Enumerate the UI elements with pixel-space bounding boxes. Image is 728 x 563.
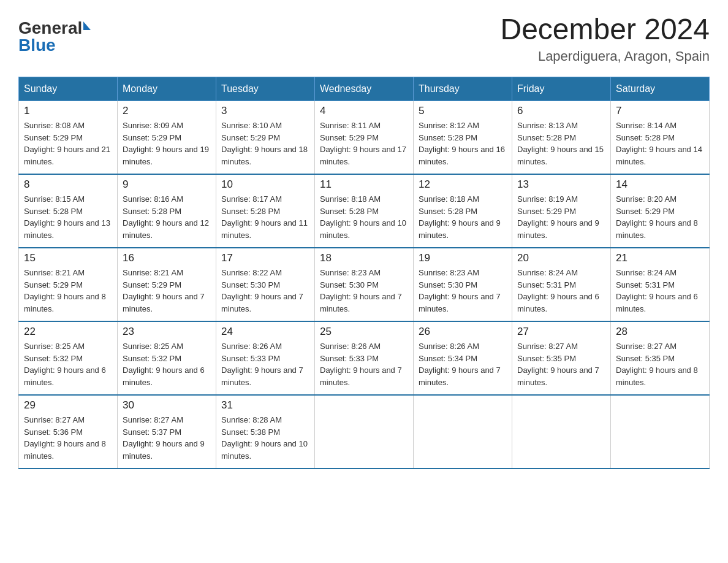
day-info: Sunrise: 8:27 AMSunset: 5:35 PMDaylight:…: [616, 340, 704, 388]
day-info: Sunrise: 8:21 AMSunset: 5:29 PMDaylight:…: [24, 267, 112, 315]
calendar-cell: 7 Sunrise: 8:14 AMSunset: 5:28 PMDayligh…: [611, 101, 710, 175]
calendar-cell: 20 Sunrise: 8:24 AMSunset: 5:31 PMDaylig…: [512, 248, 611, 321]
calendar-cell: 23 Sunrise: 8:25 AMSunset: 5:32 PMDaylig…: [118, 321, 216, 395]
day-number: 22: [24, 326, 112, 338]
day-info: Sunrise: 8:27 AMSunset: 5:36 PMDaylight:…: [24, 414, 112, 462]
calendar-cell: 25 Sunrise: 8:26 AMSunset: 5:33 PMDaylig…: [315, 321, 414, 395]
day-number: 26: [419, 326, 507, 338]
day-number: 12: [419, 178, 507, 191]
calendar-cell: 9 Sunrise: 8:16 AMSunset: 5:28 PMDayligh…: [118, 174, 216, 248]
day-number: 5: [419, 105, 507, 117]
day-number: 8: [24, 178, 112, 191]
calendar-cell: 27 Sunrise: 8:27 AMSunset: 5:35 PMDaylig…: [512, 321, 611, 395]
day-number: 2: [123, 105, 211, 117]
day-number: 4: [320, 105, 408, 117]
calendar-header-row: Sunday Monday Tuesday Wednesday Thursday…: [19, 77, 710, 101]
day-info: Sunrise: 8:26 AMSunset: 5:34 PMDaylight:…: [419, 340, 507, 388]
day-number: 20: [517, 252, 605, 264]
day-info: Sunrise: 8:17 AMSunset: 5:28 PMDaylight:…: [221, 193, 309, 241]
day-number: 30: [123, 399, 211, 412]
calendar-cell: 2 Sunrise: 8:09 AMSunset: 5:29 PMDayligh…: [118, 101, 216, 175]
day-info: Sunrise: 8:24 AMSunset: 5:31 PMDaylight:…: [517, 267, 605, 315]
day-number: 9: [123, 178, 211, 191]
calendar-cell: 31 Sunrise: 8:28 AMSunset: 5:38 PMDaylig…: [216, 395, 315, 469]
day-info: Sunrise: 8:20 AMSunset: 5:29 PMDaylight:…: [616, 193, 704, 241]
calendar-subtitle: Laperdiguera, Aragon, Spain: [500, 48, 710, 64]
day-number: 14: [616, 178, 704, 191]
day-info: Sunrise: 8:25 AMSunset: 5:32 PMDaylight:…: [123, 340, 211, 388]
calendar-cell: 5 Sunrise: 8:12 AMSunset: 5:28 PMDayligh…: [414, 101, 512, 175]
day-info: Sunrise: 8:26 AMSunset: 5:33 PMDaylight:…: [320, 340, 408, 388]
day-info: Sunrise: 8:15 AMSunset: 5:28 PMDaylight:…: [24, 193, 112, 241]
calendar-cell: 24 Sunrise: 8:26 AMSunset: 5:33 PMDaylig…: [216, 321, 315, 395]
calendar-cell: 21 Sunrise: 8:24 AMSunset: 5:31 PMDaylig…: [611, 248, 710, 321]
day-info: Sunrise: 8:21 AMSunset: 5:29 PMDaylight:…: [123, 267, 211, 315]
header-thursday: Thursday: [414, 77, 512, 101]
calendar-cell: 14 Sunrise: 8:20 AMSunset: 5:29 PMDaylig…: [611, 174, 710, 248]
calendar-cell: 26 Sunrise: 8:26 AMSunset: 5:34 PMDaylig…: [414, 321, 512, 395]
header-saturday: Saturday: [611, 77, 710, 101]
day-number: 16: [123, 252, 211, 264]
day-info: Sunrise: 8:25 AMSunset: 5:32 PMDaylight:…: [24, 340, 112, 388]
day-info: Sunrise: 8:09 AMSunset: 5:29 PMDaylight:…: [123, 120, 211, 167]
calendar-cell: 12 Sunrise: 8:18 AMSunset: 5:28 PMDaylig…: [414, 174, 512, 248]
calendar-week-row: 15 Sunrise: 8:21 AMSunset: 5:29 PMDaylig…: [19, 248, 710, 321]
day-info: Sunrise: 8:19 AMSunset: 5:29 PMDaylight:…: [517, 193, 605, 241]
title-area: December 2024 Laperdiguera, Aragon, Spai…: [500, 12, 710, 64]
calendar-cell: 22 Sunrise: 8:25 AMSunset: 5:32 PMDaylig…: [19, 321, 118, 395]
calendar-cell: 16 Sunrise: 8:21 AMSunset: 5:29 PMDaylig…: [118, 248, 216, 321]
day-info: Sunrise: 8:14 AMSunset: 5:28 PMDaylight:…: [616, 120, 704, 167]
day-info: Sunrise: 8:11 AMSunset: 5:29 PMDaylight:…: [320, 120, 408, 167]
day-number: 19: [419, 252, 507, 264]
calendar-cell: 28 Sunrise: 8:27 AMSunset: 5:35 PMDaylig…: [611, 321, 710, 395]
calendar-cell: [611, 395, 710, 469]
day-number: 11: [320, 178, 408, 191]
day-info: Sunrise: 8:18 AMSunset: 5:28 PMDaylight:…: [320, 193, 408, 241]
calendar-table: Sunday Monday Tuesday Wednesday Thursday…: [18, 77, 710, 469]
header-tuesday: Tuesday: [216, 77, 315, 101]
calendar-cell: 4 Sunrise: 8:11 AMSunset: 5:29 PMDayligh…: [315, 101, 414, 175]
day-info: Sunrise: 8:27 AMSunset: 5:35 PMDaylight:…: [517, 340, 605, 388]
calendar-cell: 18 Sunrise: 8:23 AMSunset: 5:30 PMDaylig…: [315, 248, 414, 321]
calendar-cell: 30 Sunrise: 8:27 AMSunset: 5:37 PMDaylig…: [118, 395, 216, 469]
day-info: Sunrise: 8:28 AMSunset: 5:38 PMDaylight:…: [221, 414, 309, 462]
day-info: Sunrise: 8:08 AMSunset: 5:29 PMDaylight:…: [24, 120, 112, 167]
header-friday: Friday: [512, 77, 611, 101]
day-info: Sunrise: 8:23 AMSunset: 5:30 PMDaylight:…: [419, 267, 507, 315]
calendar-title: December 2024: [500, 12, 710, 46]
day-info: Sunrise: 8:23 AMSunset: 5:30 PMDaylight:…: [320, 267, 408, 315]
calendar-cell: 11 Sunrise: 8:18 AMSunset: 5:28 PMDaylig…: [315, 174, 414, 248]
header-monday: Monday: [118, 77, 216, 101]
day-number: 27: [517, 326, 605, 338]
day-info: Sunrise: 8:12 AMSunset: 5:28 PMDaylight:…: [419, 120, 507, 167]
calendar-week-row: 8 Sunrise: 8:15 AMSunset: 5:28 PMDayligh…: [19, 174, 710, 248]
day-number: 29: [24, 399, 112, 412]
day-number: 31: [221, 399, 309, 412]
day-number: 6: [517, 105, 605, 117]
calendar-week-row: 29 Sunrise: 8:27 AMSunset: 5:36 PMDaylig…: [19, 395, 710, 469]
header-wednesday: Wednesday: [315, 77, 414, 101]
day-number: 17: [221, 252, 309, 264]
day-number: 23: [123, 326, 211, 338]
logo-blue-text: Blue: [18, 36, 56, 55]
header-area: General Blue December 2024 Laperdiguera,…: [18, 12, 710, 64]
calendar-cell: 15 Sunrise: 8:21 AMSunset: 5:29 PMDaylig…: [19, 248, 118, 321]
day-number: 25: [320, 326, 408, 338]
logo: General Blue: [18, 18, 91, 55]
day-number: 13: [517, 178, 605, 191]
day-info: Sunrise: 8:16 AMSunset: 5:28 PMDaylight:…: [123, 193, 211, 241]
day-number: 7: [616, 105, 704, 117]
calendar-week-row: 1 Sunrise: 8:08 AMSunset: 5:29 PMDayligh…: [19, 101, 710, 175]
day-number: 28: [616, 326, 704, 338]
calendar-cell: 13 Sunrise: 8:19 AMSunset: 5:29 PMDaylig…: [512, 174, 611, 248]
day-info: Sunrise: 8:10 AMSunset: 5:29 PMDaylight:…: [221, 120, 309, 167]
calendar-week-row: 22 Sunrise: 8:25 AMSunset: 5:32 PMDaylig…: [19, 321, 710, 395]
day-number: 3: [221, 105, 309, 117]
calendar-cell: 10 Sunrise: 8:17 AMSunset: 5:28 PMDaylig…: [216, 174, 315, 248]
day-number: 24: [221, 326, 309, 338]
calendar-cell: 19 Sunrise: 8:23 AMSunset: 5:30 PMDaylig…: [414, 248, 512, 321]
calendar-cell: 17 Sunrise: 8:22 AMSunset: 5:30 PMDaylig…: [216, 248, 315, 321]
day-number: 1: [24, 105, 112, 117]
calendar-cell: 29 Sunrise: 8:27 AMSunset: 5:36 PMDaylig…: [19, 395, 118, 469]
calendar-cell: 8 Sunrise: 8:15 AMSunset: 5:28 PMDayligh…: [19, 174, 118, 248]
